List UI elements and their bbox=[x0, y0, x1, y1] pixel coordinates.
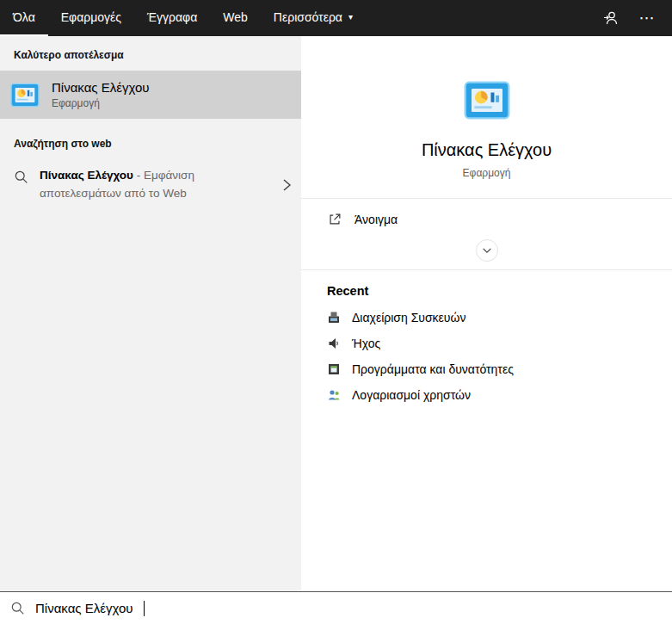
recent-item-label: Προγράμματα και δυνατότητες bbox=[352, 362, 514, 376]
tab-web[interactable]: Web bbox=[210, 0, 261, 36]
expand-actions-button[interactable] bbox=[476, 239, 498, 262]
tab-apps[interactable]: Εφαρμογές bbox=[48, 0, 134, 36]
text-cursor bbox=[144, 601, 145, 616]
search-icon bbox=[10, 601, 25, 615]
expand-row bbox=[301, 234, 672, 269]
search-input[interactable]: Πίνακας Ελέγχου bbox=[0, 591, 672, 624]
search-results-panel: Καλύτερο αποτέλεσμα Πίνακας Ελέγχου Εφαρ… bbox=[0, 36, 672, 591]
tab-more[interactable]: Περισσότερα ▾ bbox=[261, 0, 366, 36]
control-panel-icon bbox=[10, 83, 40, 108]
more-options-button[interactable]: ⋯ bbox=[632, 3, 662, 33]
chevron-right-icon[interactable] bbox=[281, 177, 293, 193]
user-accounts-icon bbox=[327, 388, 341, 402]
preview-pane: Πίνακας Ελέγχου Εφαρμογή Άνοιγμα Recent bbox=[301, 36, 672, 591]
sound-icon bbox=[327, 337, 341, 350]
tab-more-label: Περισσότερα bbox=[274, 10, 342, 24]
recent-item-user-accounts[interactable]: Λογαριασμοί χρηστών bbox=[301, 382, 672, 408]
topbar-actions: ⋯ bbox=[596, 0, 672, 36]
web-search-text: Πίνακας Ελέγχου - Εμφάνιση αποτελεσμάτων… bbox=[40, 166, 231, 202]
best-match-text: Πίνακας Ελέγχου Εφαρμογή bbox=[52, 80, 149, 109]
web-search-header: Αναζήτηση στο web bbox=[0, 119, 301, 159]
open-label: Άνοιγμα bbox=[354, 213, 398, 226]
recent-item-sound[interactable]: Ήχος bbox=[301, 331, 672, 356]
recent-header: Recent bbox=[301, 270, 672, 305]
best-match-type: Εφαρμογή bbox=[52, 97, 149, 109]
web-search-result[interactable]: Πίνακας Ελέγχου - Εμφάνιση αποτελεσμάτων… bbox=[0, 159, 301, 211]
recent-item-device-manager[interactable]: Διαχείριση Συσκευών bbox=[301, 305, 672, 331]
ellipsis-icon: ⋯ bbox=[639, 10, 656, 26]
tab-all-label: Όλα bbox=[13, 10, 35, 24]
app-type: Εφαρμογή bbox=[301, 167, 672, 198]
search-input-value: Πίνακας Ελέγχου bbox=[35, 601, 133, 615]
app-title: Πίνακας Ελέγχου bbox=[301, 140, 672, 160]
results-list-pane: Καλύτερο αποτέλεσμα Πίνακας Ελέγχου Εφαρ… bbox=[0, 36, 301, 591]
tab-all[interactable]: Όλα bbox=[0, 0, 48, 36]
control-panel-icon-large bbox=[464, 81, 510, 120]
account-icon bbox=[602, 9, 620, 27]
chevron-down-icon bbox=[481, 244, 493, 256]
account-button[interactable] bbox=[596, 3, 626, 33]
app-header: Πίνακας Ελέγχου Εφαρμογή bbox=[301, 36, 672, 198]
tab-web-label: Web bbox=[223, 10, 248, 24]
best-match-header: Καλύτερο αποτέλεσμα bbox=[0, 36, 301, 71]
tab-documents-label: Έγγραφα bbox=[147, 10, 197, 24]
web-search-query: Πίνακας Ελέγχου bbox=[40, 169, 133, 182]
tab-documents[interactable]: Έγγραφα bbox=[134, 0, 210, 36]
recent-item-programs-features[interactable]: Προγράμματα και δυνατότητες bbox=[301, 356, 672, 382]
search-icon bbox=[14, 170, 28, 184]
best-match-title: Πίνακας Ελέγχου bbox=[52, 80, 149, 95]
programs-icon bbox=[327, 362, 341, 376]
open-icon bbox=[327, 212, 342, 227]
chevron-down-icon: ▾ bbox=[348, 13, 353, 22]
tab-apps-label: Εφαρμογές bbox=[61, 10, 121, 24]
recent-item-label: Ήχος bbox=[352, 337, 380, 350]
best-match-result-control-panel[interactable]: Πίνακας Ελέγχου Εφαρμογή bbox=[0, 71, 301, 119]
recent-item-label: Λογαριασμοί χρηστών bbox=[352, 388, 471, 402]
device-manager-icon bbox=[327, 311, 341, 324]
search-filter-bar: Όλα Εφαρμογές Έγγραφα Web Περισσότερα ▾ … bbox=[0, 0, 672, 36]
recent-item-label: Διαχείριση Συσκευών bbox=[352, 311, 465, 324]
open-action[interactable]: Άνοιγμα bbox=[301, 199, 672, 234]
